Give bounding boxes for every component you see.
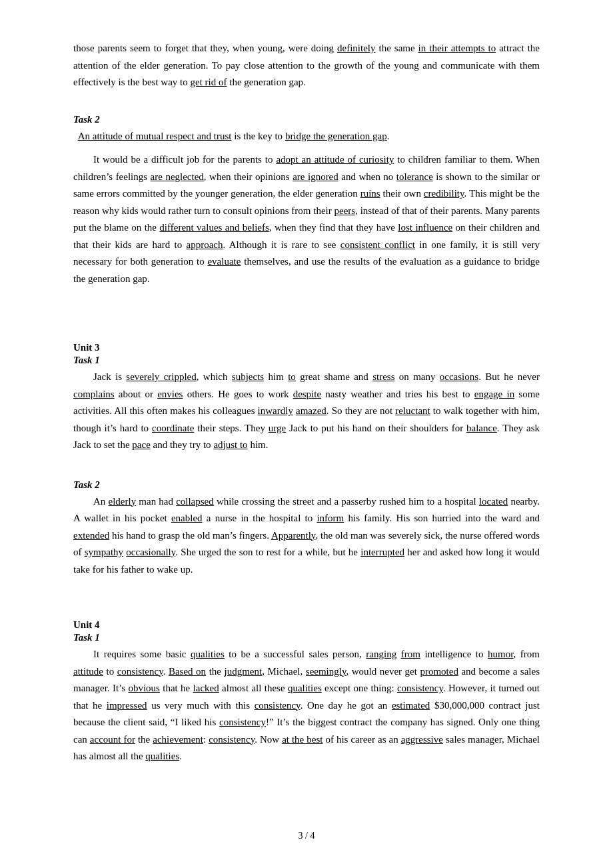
spacer-4 [73,466,540,479]
unit3-heading: Unit 3 [73,342,540,353]
unit3-task2-heading: Task 2 [73,479,540,491]
unit2-task2-heading: Task 2 [73,114,540,125]
unit2-task2-p1: An attitude of mutual respect and trust … [73,128,540,145]
intro-paragraph: those parents seem to forget that they, … [73,40,540,91]
unit2-task2-section: Task 2 An attitude of mutual respect and… [73,114,540,288]
page: those parents seem to forget that they, … [0,0,613,868]
unit3-task1-heading: Task 1 [73,355,540,366]
unit4-task1-heading: Task 1 [73,632,540,643]
spacer-3 [73,313,540,326]
unit3-task2-p1: An elderly man had collapsed while cross… [73,493,540,579]
spacer-5 [73,590,540,603]
spacer-2 [73,299,540,313]
unit4-section: Unit 4 Task 1 It requires some basic qua… [73,619,540,765]
spacer-1 [73,101,540,114]
unit3-task1-p1: Jack is severely crippled, which subject… [73,369,540,454]
unit2-task2-p2: It would be a difficult job for the pare… [73,151,540,287]
unit4-heading: Unit 4 [73,619,540,631]
unit3-task2-section: Task 2 An elderly man had collapsed whil… [73,479,540,579]
page-number: 3 / 4 [299,831,315,841]
page-footer: 3 / 4 [0,831,613,841]
unit4-task1-p1: It requires some basic qualities to be a… [73,646,540,765]
unit3-section: Unit 3 Task 1 Jack is severely crippled,… [73,342,540,454]
